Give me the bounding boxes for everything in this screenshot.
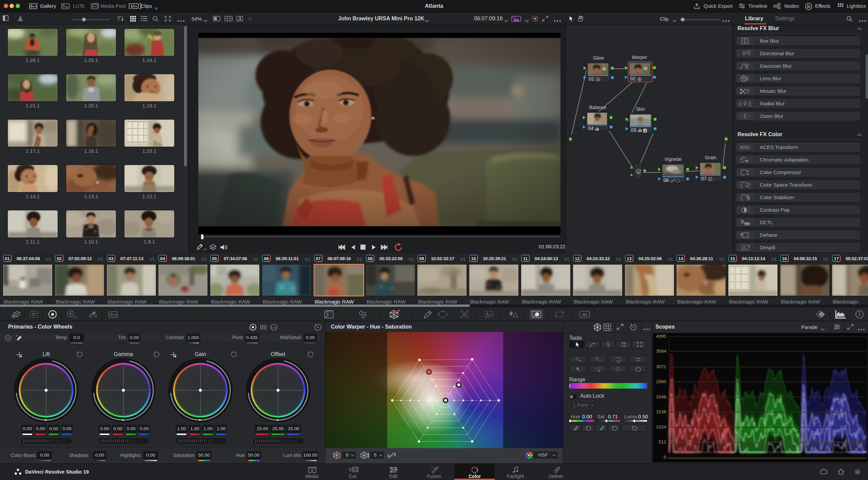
svg-text:PXY: PXY — [514, 19, 518, 21]
svg-text:LOG: LOG — [272, 327, 277, 329]
svg-text:fx: fx — [709, 178, 711, 180]
svg-text:fx: fx — [597, 78, 599, 81]
svg-text:ACES: ACES — [740, 145, 750, 149]
svg-text:A: A — [7, 336, 9, 340]
svg-text:HDR: HDR — [73, 316, 78, 319]
svg-text:DCTL: DCTL — [744, 223, 750, 225]
svg-text:3D: 3D — [582, 313, 587, 317]
svg-text:fx: fx — [807, 4, 811, 8]
